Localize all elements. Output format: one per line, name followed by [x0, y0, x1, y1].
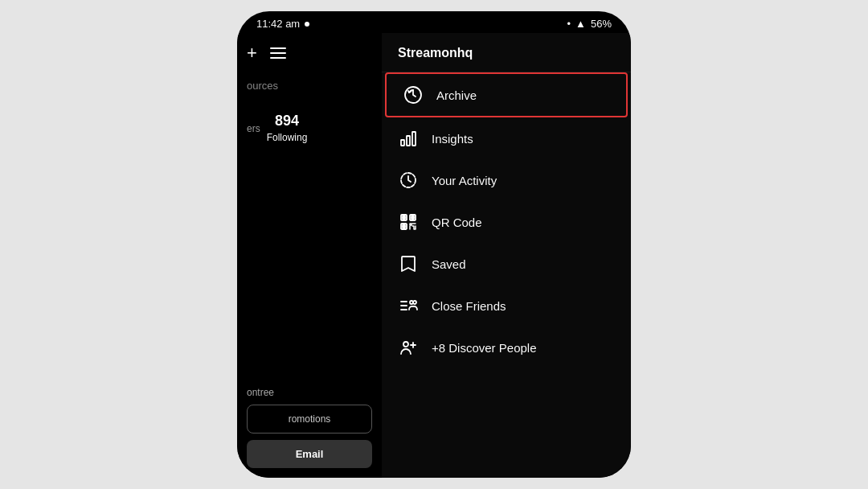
battery-display: 56%	[591, 18, 612, 30]
following-number: 894	[267, 113, 308, 129]
your-activity-label: Your Activity	[432, 174, 497, 187]
status-right: • ▲ 56%	[567, 18, 612, 30]
status-left: 11:42 am	[256, 18, 309, 30]
status-dot	[305, 22, 309, 27]
signal-dot: •	[567, 18, 571, 30]
promotions-button[interactable]: romotions	[247, 405, 372, 434]
discover-people-icon	[398, 338, 419, 357]
time-display: 11:42 am	[256, 18, 300, 30]
svg-rect-2	[412, 132, 416, 146]
email-button[interactable]: Email	[247, 440, 372, 468]
qr-code-label: QR Code	[432, 216, 482, 229]
following-block: 894 Following	[267, 113, 308, 144]
insights-icon	[398, 129, 419, 148]
main-area: + ources ers 894 Following ontree romoti…	[237, 33, 631, 478]
saved-label: Saved	[432, 257, 466, 271]
menu-header: Streamonhq	[382, 33, 631, 72]
svg-rect-5	[403, 216, 405, 219]
menu-item-discover-people[interactable]: +8 Discover People	[382, 327, 631, 368]
sources-label: ources	[247, 80, 372, 92]
menu-line-1	[270, 47, 286, 49]
close-friends-label: Close Friends	[432, 299, 506, 313]
your-activity-icon	[398, 171, 419, 190]
following-label: Following	[267, 132, 308, 143]
svg-rect-0	[401, 140, 404, 146]
qr-code-icon	[398, 212, 419, 232]
menu-item-saved[interactable]: Saved	[382, 243, 631, 285]
close-friends-icon	[398, 296, 419, 315]
menu-item-insights[interactable]: Insights	[382, 117, 631, 159]
menu-username: Streamonhq	[398, 46, 473, 60]
menu-line-3	[270, 57, 286, 59]
dropdown-menu: Streamonhq Archive	[382, 33, 631, 478]
archive-icon	[403, 85, 424, 105]
svg-rect-1	[407, 136, 410, 146]
svg-rect-9	[403, 225, 405, 228]
status-bar: 11:42 am • ▲ 56%	[237, 11, 631, 33]
svg-rect-7	[411, 216, 414, 219]
menu-item-qr-code[interactable]: QR Code	[382, 201, 631, 243]
plus-icon[interactable]: +	[247, 43, 257, 64]
left-panel: + ources ers 894 Following ontree romoti…	[237, 33, 382, 478]
discover-people-label: +8 Discover People	[432, 341, 537, 355]
top-actions: +	[247, 43, 372, 64]
hamburger-icon[interactable]	[270, 47, 286, 59]
menu-line-2	[270, 52, 286, 54]
followers-section: ers 894 Following	[247, 113, 372, 144]
archive-label: Archive	[436, 88, 477, 102]
menu-item-archive[interactable]: Archive	[385, 72, 628, 117]
menu-item-close-friends[interactable]: Close Friends	[382, 285, 631, 327]
svg-point-15	[403, 342, 408, 347]
profile-name: ontree	[247, 371, 372, 398]
saved-icon	[398, 254, 419, 273]
insights-label: Insights	[432, 132, 473, 146]
svg-point-14	[413, 301, 416, 304]
signal-icon: ▲	[575, 18, 586, 30]
menu-item-your-activity[interactable]: Your Activity	[382, 159, 631, 201]
phone-frame: 11:42 am • ▲ 56% + ources ers	[237, 11, 631, 478]
followers-label: ers	[247, 123, 260, 134]
